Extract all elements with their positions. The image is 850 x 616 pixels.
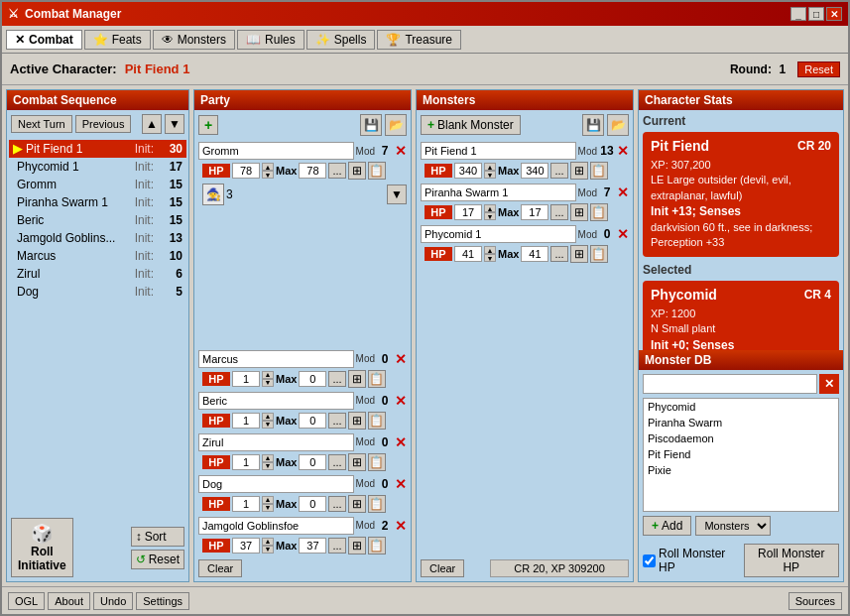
remove-member-button[interactable]: ✕ (617, 143, 629, 159)
grid-button[interactable]: ⊞ (570, 245, 588, 263)
cs-character-item[interactable]: Zirul Init: 6 (9, 265, 186, 283)
details-button[interactable]: ... (328, 371, 345, 387)
reset-init-button[interactable]: ↺ Reset (131, 550, 184, 569)
cs-character-item[interactable]: Beric Init: 15 (9, 211, 186, 229)
character-portrait-button[interactable]: 🧙 (202, 184, 224, 205)
tab-treasure[interactable]: 🏆 Treasure (377, 30, 461, 50)
hp-down[interactable]: ▼ (484, 212, 496, 220)
tab-feats[interactable]: ⭐ Feats (84, 30, 151, 50)
book-button[interactable]: 📋 (590, 162, 608, 180)
previous-button[interactable]: Previous (75, 115, 132, 133)
next-turn-button[interactable]: Next Turn (11, 115, 72, 133)
remove-member-button[interactable]: ✕ (395, 518, 407, 534)
hp-up[interactable]: ▲ (262, 371, 274, 379)
add-monster-button[interactable]: + Add (643, 516, 691, 536)
monster-db-item[interactable]: Piscodaemon (644, 431, 838, 446)
hp-up[interactable]: ▲ (262, 454, 274, 462)
expand-button[interactable]: ▼ (387, 185, 407, 204)
hp-up[interactable]: ▲ (484, 163, 496, 171)
member-name-input[interactable] (421, 142, 576, 160)
sources-button[interactable]: Sources (789, 592, 842, 610)
book-button[interactable]: 📋 (368, 370, 386, 388)
details-button[interactable]: ... (328, 413, 345, 429)
about-button[interactable]: About (48, 592, 90, 610)
maximize-button[interactable]: □ (808, 7, 824, 21)
monsters-type-dropdown[interactable]: Monsters (695, 516, 771, 536)
member-name-input[interactable] (421, 184, 576, 201)
hp-up[interactable]: ▲ (262, 413, 274, 421)
member-name-input[interactable] (198, 517, 354, 535)
member-name-input[interactable] (421, 225, 576, 243)
roll-monster-hp-checkbox[interactable] (643, 554, 656, 567)
book-button[interactable]: 📋 (368, 495, 386, 513)
book-button[interactable]: 📋 (590, 203, 608, 221)
settings-button[interactable]: Settings (136, 592, 189, 610)
remove-member-button[interactable]: ✕ (395, 434, 407, 450)
book-button[interactable]: 📋 (368, 453, 386, 471)
party-clear-button[interactable]: Clear (198, 559, 242, 577)
monsters-clear-button[interactable]: Clear (421, 559, 464, 577)
member-name-input[interactable] (198, 475, 354, 493)
blank-monster-button[interactable]: + Blank Monster (421, 115, 521, 135)
remove-member-button[interactable]: ✕ (617, 185, 629, 200)
cs-character-item[interactable]: Marcus Init: 10 (9, 247, 186, 265)
cs-character-item[interactable]: Piranha Swarm 1 Init: 15 (9, 193, 186, 211)
monster-db-item[interactable]: Phycomid (644, 399, 838, 415)
undo-button[interactable]: Undo (93, 592, 133, 610)
grid-button[interactable]: ⊞ (348, 412, 366, 430)
roll-initiative-button[interactable]: 🎲 Roll Initiative (11, 518, 73, 577)
book-button[interactable]: 📋 (368, 537, 386, 554)
cs-character-item[interactable]: Jamgold Goblins... Init: 13 (9, 229, 186, 247)
party-save-button[interactable]: 💾 (360, 114, 382, 136)
remove-party-member-button[interactable]: ✕ (395, 143, 407, 159)
hp-down[interactable]: ▼ (262, 546, 274, 554)
cs-character-item[interactable]: ▶ Pit Fiend 1 Init: 30 (9, 140, 186, 158)
cs-character-item[interactable]: Phycomid 1 Init: 17 (9, 158, 186, 176)
round-reset-button[interactable]: Reset (797, 62, 840, 77)
monster-db-clear-button[interactable]: ✕ (819, 374, 839, 394)
monster-db-item[interactable]: Piranha Swarm (644, 415, 838, 431)
details-button[interactable]: ... (550, 246, 567, 262)
hp-down[interactable]: ▼ (262, 462, 274, 470)
move-down-button[interactable]: ▼ (165, 114, 184, 134)
tab-spells[interactable]: ✨ Spells (306, 30, 376, 50)
hp-up-button[interactable]: ▲ (262, 163, 274, 171)
minimize-button[interactable]: _ (790, 7, 806, 21)
close-button[interactable]: ✕ (826, 7, 842, 21)
add-party-member-button[interactable]: + (198, 115, 218, 135)
member-name-input[interactable] (198, 350, 354, 368)
remove-member-button[interactable]: ✕ (395, 393, 407, 409)
tab-rules[interactable]: 📖 Rules (237, 30, 304, 50)
book-button[interactable]: 📋 (590, 245, 608, 263)
hp-grid-button[interactable]: ⊞ (348, 162, 366, 180)
details-button[interactable]: ... (328, 538, 345, 554)
grid-button[interactable]: ⊞ (348, 495, 366, 513)
hp-down[interactable]: ▼ (484, 171, 496, 179)
grid-button[interactable]: ⊞ (348, 453, 366, 471)
details-button[interactable]: ... (550, 163, 567, 179)
monsters-load-button[interactable]: 📂 (607, 114, 629, 136)
hp-down[interactable]: ▼ (262, 379, 274, 387)
hp-down[interactable]: ▼ (484, 254, 496, 262)
party-member-name-input[interactable] (198, 142, 354, 160)
hp-down[interactable]: ▼ (262, 421, 274, 429)
details-button[interactable]: ... (328, 496, 345, 512)
hp-down[interactable]: ▼ (262, 504, 274, 512)
tab-monsters[interactable]: 👁 Monsters (153, 30, 235, 50)
monster-db-item[interactable]: Pixie (644, 462, 838, 478)
book-button[interactable]: 📋 (368, 412, 386, 430)
hp-up[interactable]: ▲ (262, 538, 274, 546)
tab-combat[interactable]: ✕ Combat (6, 30, 82, 50)
details-button[interactable]: ... (328, 454, 345, 470)
roll-monster-button[interactable]: Roll Monster HP (744, 544, 839, 577)
grid-button[interactable]: ⊞ (348, 370, 366, 388)
hp-book-button[interactable]: 📋 (368, 162, 386, 180)
hp-up[interactable]: ▲ (262, 496, 274, 504)
details-button[interactable]: ... (550, 204, 567, 220)
sort-button[interactable]: ↕ Sort (131, 527, 184, 547)
monster-db-search-input[interactable] (643, 374, 817, 394)
remove-member-button[interactable]: ✕ (395, 351, 407, 367)
party-load-button[interactable]: 📂 (385, 114, 407, 136)
member-name-input[interactable] (198, 433, 354, 451)
hp-down-button[interactable]: ▼ (262, 171, 274, 179)
